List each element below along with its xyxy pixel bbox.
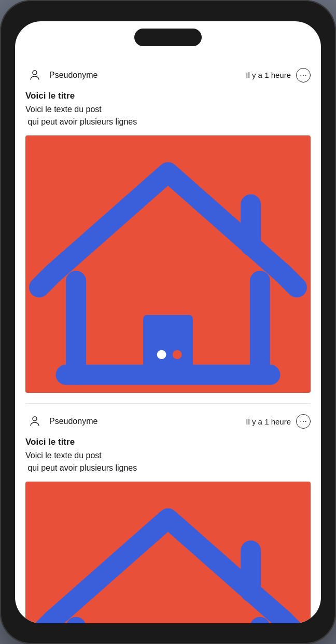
svg-line-11 (39, 620, 53, 623)
post-card: Pseudonyme Il y a 1 heure ⋯ Voici le tit… (15, 58, 321, 404)
post-username: Pseudonyme (49, 417, 246, 426)
svg-line-2 (283, 273, 297, 287)
post-header: Pseudonyme Il y a 1 heure ⋯ (25, 66, 311, 85)
post-header: Pseudonyme Il y a 1 heure ⋯ (25, 412, 311, 431)
more-options-button[interactable]: ⋯ (296, 414, 311, 429)
phone-frame: Pseudonyme Il y a 1 heure ⋯ Voici le tit… (0, 0, 336, 644)
phone-screen: Pseudonyme Il y a 1 heure ⋯ Voici le tit… (15, 21, 321, 623)
dynamic-island (134, 29, 202, 46)
post-title: Voici le titre (25, 91, 311, 101)
post-time: Il y a 1 heure (246, 71, 291, 79)
avatar (25, 66, 44, 85)
post-text: Voici le texte du post qui peut avoir pl… (25, 449, 311, 474)
more-options-button[interactable]: ⋯ (296, 68, 311, 83)
avatar (25, 412, 44, 431)
svg-point-8 (157, 350, 166, 359)
svg-point-9 (173, 350, 182, 359)
svg-rect-7 (143, 314, 193, 383)
post-text: Voici le texte du post qui peut avoir pl… (25, 103, 311, 128)
svg-line-1 (39, 273, 53, 287)
post-image (25, 482, 311, 623)
post-card: Pseudonyme Il y a 1 heure ⋯ Voici le tit… (15, 404, 321, 623)
svg-line-12 (283, 620, 297, 623)
screen-content: Pseudonyme Il y a 1 heure ⋯ Voici le tit… (15, 21, 321, 623)
post-username: Pseudonyme (49, 71, 246, 80)
post-time: Il y a 1 heure (246, 417, 291, 426)
post-title: Voici le titre (25, 437, 311, 447)
post-image (25, 135, 311, 393)
